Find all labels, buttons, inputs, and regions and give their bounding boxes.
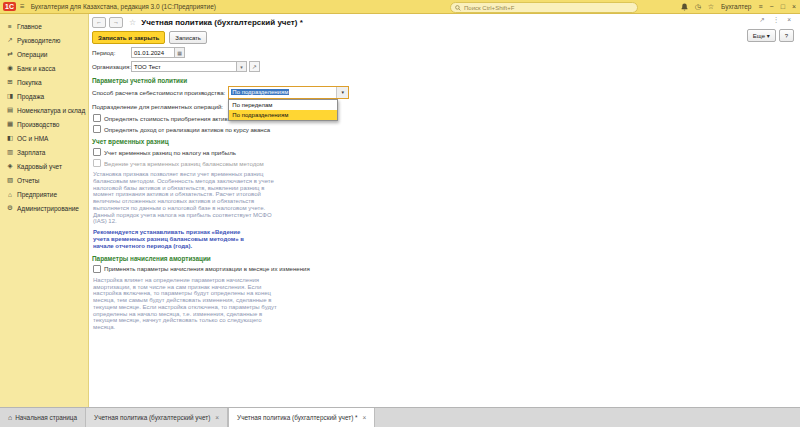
chevron-down-icon[interactable]: ▾ bbox=[336, 87, 348, 98]
close-window-button[interactable]: × bbox=[792, 3, 796, 10]
organization-input[interactable]: ТОО Тест bbox=[131, 61, 237, 72]
sidebar-item-label: Производство bbox=[17, 121, 59, 128]
main-icon: ≡ bbox=[5, 23, 15, 30]
tab-label: Учетная политика (бухгалтерский учет) * bbox=[237, 414, 357, 421]
sidebar-item-pokupka[interactable]: ⊞ Покупка bbox=[0, 75, 88, 89]
checkbox-balance-method-disabled bbox=[93, 159, 101, 167]
period-label: Период: bbox=[92, 49, 131, 56]
form-nav-row: ← → ☆ Учетная политика (бухгалтерский уч… bbox=[92, 16, 800, 28]
window-title: Бухгалтерия для Казахстана, редакция 3.0… bbox=[31, 3, 216, 10]
notifications-bell-icon[interactable] bbox=[681, 3, 688, 11]
checkbox-label: Определять доход от реализации активов п… bbox=[104, 126, 270, 133]
open-windows-tabbar: ⌂ Начальная страница Учетная политика (б… bbox=[0, 407, 800, 427]
sidebar-item-zarplata[interactable]: ▥ Зарплата bbox=[0, 145, 88, 159]
maximize-button[interactable]: □ bbox=[781, 3, 785, 10]
sidebar-item-label: Администрирование bbox=[17, 205, 79, 212]
sidebar-item-bank-i-kassa[interactable]: ◉ Банк и касса bbox=[0, 61, 88, 75]
cost-method-dropdown-list: По переделам По подразделениям bbox=[228, 99, 338, 121]
cost-method-value: По подразделениям bbox=[229, 87, 336, 98]
form-accounting-policy: ↗ ⋮ × Еще ▾ ? ← → ☆ Учетная политика (бу… bbox=[89, 14, 800, 408]
department-label: Подразделение для регламентных операций: bbox=[92, 103, 223, 110]
tab-accounting-policy-1[interactable]: Учетная политика (бухгалтерский учет) × bbox=[86, 408, 228, 427]
tab-label: Учетная политика (бухгалтерский учет) bbox=[94, 414, 210, 421]
back-button[interactable]: ← bbox=[92, 17, 106, 28]
close-form-icon[interactable]: × bbox=[787, 16, 791, 24]
production-icon: ▦ bbox=[5, 120, 15, 128]
reports-icon: ▧ bbox=[5, 176, 15, 184]
depreciation-note-text: Настройка влияет на определение параметр… bbox=[93, 277, 281, 331]
page-title: Учетная политика (бухгалтерский учет) * bbox=[141, 18, 303, 27]
forward-button[interactable]: → bbox=[109, 17, 123, 28]
sidebar-item-label: Продажа bbox=[17, 93, 44, 100]
salary-icon: ▥ bbox=[5, 148, 15, 156]
tab-accounting-policy-2-active[interactable]: Учетная политика (бухгалтерский учет) * … bbox=[228, 408, 375, 427]
sidebar-item-label: Операции bbox=[17, 51, 47, 58]
open-in-window-icon[interactable]: ↗ bbox=[759, 16, 764, 24]
global-search-input[interactable]: Поиск Ctrl+Shift+F bbox=[450, 2, 638, 13]
sidebar-item-rukovoditelyu[interactable]: ↗ Руководителю bbox=[0, 33, 88, 47]
sidebar-item-predpriyatie[interactable]: ⌂ Предприятие bbox=[0, 187, 88, 201]
sidebar-item-proizvodstvo[interactable]: ▦ Производство bbox=[0, 117, 88, 131]
sidebar-item-nomenklatura-i-sklad[interactable]: ▤ Номенклатура и склад bbox=[0, 103, 88, 117]
bank-icon: ◉ bbox=[5, 64, 15, 72]
favorites-icon[interactable]: ☆ bbox=[708, 0, 714, 13]
sidebar-item-label: Номенклатура и склад bbox=[17, 107, 85, 114]
dropdown-option-po-peredelam[interactable]: По переделам bbox=[229, 100, 337, 110]
sidebar-item-kadrovyj-uchet[interactable]: ◈ Кадровый учет bbox=[0, 159, 88, 173]
calendar-icon[interactable]: ▦ bbox=[175, 47, 185, 58]
checkbox-label: Определять стоимость приобретения актив bbox=[104, 115, 228, 122]
titlebar-actions: ◷ ☆ Бухгалтер ≡ − □ × bbox=[681, 0, 796, 13]
sidebar-item-prodazha[interactable]: ◨ Продажа bbox=[0, 89, 88, 103]
organization-label: Организация: bbox=[92, 63, 131, 70]
sidebar-item-label: Банк и касса bbox=[17, 65, 55, 72]
hr-icon: ◈ bbox=[5, 162, 15, 170]
checkbox-temp-diff-profit-tax[interactable] bbox=[93, 148, 101, 156]
checkbox-cost-acquisition[interactable] bbox=[93, 114, 101, 122]
sections-sidebar: ≡ Главное ↗ Руководителю ⇄ Операции ◉ Ба… bbox=[0, 14, 89, 408]
minimize-button[interactable]: − bbox=[770, 3, 774, 10]
cost-method-row: Способ расчета себестоимости производств… bbox=[92, 86, 800, 98]
sidebar-item-label: Покупка bbox=[17, 79, 42, 86]
more-button[interactable]: Еще ▾ bbox=[747, 29, 776, 42]
check-income-row: Определять доход от реализации активов п… bbox=[93, 125, 800, 133]
search-icon bbox=[455, 5, 461, 11]
form-menu-dots-icon[interactable]: ⋮ bbox=[773, 16, 780, 24]
sidebar-item-otchety[interactable]: ▧ Отчеты bbox=[0, 173, 88, 187]
favorite-star-icon[interactable]: ☆ bbox=[129, 18, 136, 27]
organization-dropdown-icon[interactable]: ▾ bbox=[237, 61, 247, 72]
history-icon[interactable]: ◷ bbox=[695, 0, 701, 13]
tab-home-page[interactable]: ⌂ Начальная страница bbox=[0, 408, 86, 427]
cost-method-combobox[interactable]: По подразделениям ▾ По переделам По подр… bbox=[228, 86, 349, 99]
sidebar-item-label: Кадровый учет bbox=[17, 163, 62, 170]
period-field-row: Период: 01.01.2024 ▦ bbox=[92, 47, 800, 58]
sidebar-item-operacii[interactable]: ⇄ Операции bbox=[0, 47, 88, 61]
save-and-close-button[interactable]: Записать и закрыть bbox=[92, 31, 165, 44]
checkbox-income-advance-rate[interactable] bbox=[93, 125, 101, 133]
organization-open-icon[interactable]: ↗ bbox=[249, 61, 260, 72]
tab-close-icon[interactable]: × bbox=[363, 414, 367, 421]
sidebar-item-label: ОС и НМА bbox=[17, 135, 48, 142]
tab-close-icon[interactable]: × bbox=[215, 414, 219, 421]
section-heading-policy: Параметры учетной политики bbox=[92, 77, 800, 84]
checkbox-apply-depreciation-params[interactable] bbox=[93, 265, 101, 273]
current-user-label[interactable]: Бухгалтер bbox=[721, 3, 751, 10]
form-extra-buttons: Еще ▾ ? bbox=[747, 29, 794, 42]
dropdown-option-po-podrazdeleniyam[interactable]: По подразделениям bbox=[229, 110, 337, 120]
period-input[interactable]: 01.01.2024 bbox=[131, 47, 175, 58]
check-cost-row: Определять стоимость приобретения актив bbox=[93, 114, 800, 122]
fixed-assets-icon: ◧ bbox=[5, 134, 15, 142]
temp-diff-recommendation-text: Рекомендуется устанавливать признак «Вед… bbox=[93, 229, 251, 250]
enterprise-icon: ⌂ bbox=[5, 191, 15, 198]
sidebar-item-administrirovanie[interactable]: ⚙ Администрирование bbox=[0, 201, 88, 215]
sidebar-item-os-i-nma[interactable]: ◧ ОС и НМА bbox=[0, 131, 88, 145]
service-menu-icon[interactable]: ≡ bbox=[758, 0, 762, 13]
sidebar-item-glavnoe[interactable]: ≡ Главное bbox=[0, 19, 88, 33]
sidebar-item-label: Предприятие bbox=[17, 191, 57, 198]
checkbox-label: Ведение учета временных разниц балансовы… bbox=[104, 160, 264, 167]
check-profit-tax-row: Учет временных разниц по налогу на прибы… bbox=[93, 148, 800, 156]
help-button[interactable]: ? bbox=[779, 29, 794, 42]
section-heading-depreciation: Параметры начисления амортизации bbox=[92, 255, 800, 262]
main-menu-icon[interactable]: ≡ bbox=[20, 2, 25, 11]
save-button[interactable]: Записать bbox=[169, 31, 207, 44]
temp-diff-note-text: Установка признака позволяет вести учет … bbox=[93, 171, 281, 225]
